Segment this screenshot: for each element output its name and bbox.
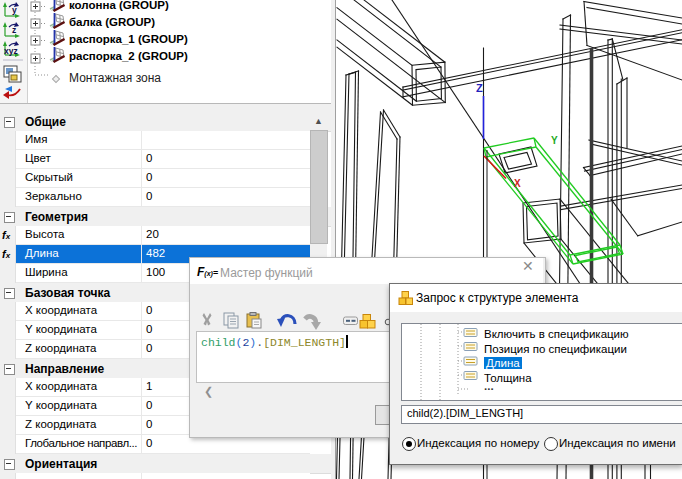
svg-text:Y: Y: [551, 135, 558, 146]
svg-text:X: X: [514, 178, 521, 189]
svg-text:y: y: [12, 5, 17, 15]
svg-text:z: z: [12, 25, 16, 35]
svg-text:Z: Z: [476, 82, 483, 94]
svg-text:xyz: xyz: [4, 46, 18, 56]
